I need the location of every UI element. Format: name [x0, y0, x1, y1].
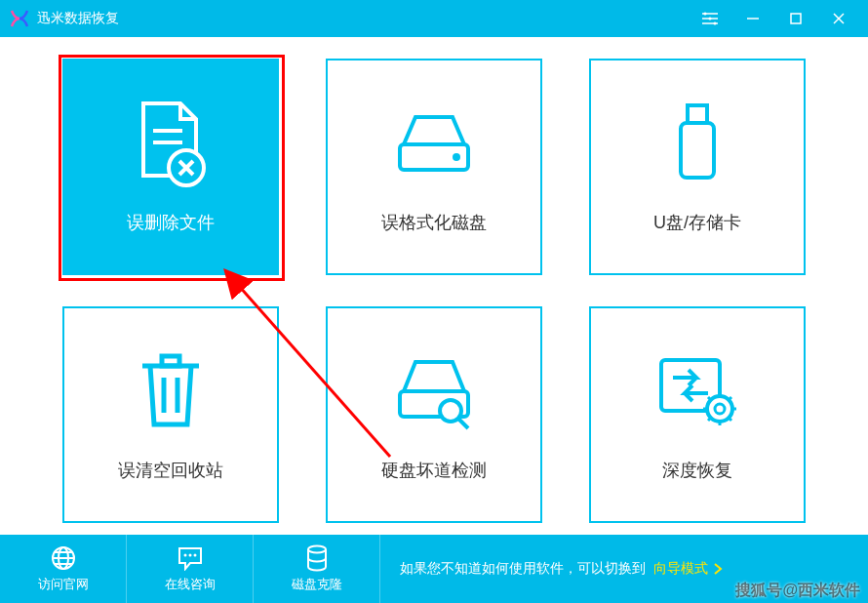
database-icon [303, 544, 331, 572]
svg-point-44 [183, 554, 186, 557]
hdd-scan-icon [390, 347, 478, 435]
minimize-button[interactable] [731, 0, 774, 37]
svg-point-16 [453, 153, 460, 161]
hint-text: 如果您不知道如何使用软件，可以切换到 [400, 560, 646, 578]
card-label: 误清空回收站 [118, 459, 223, 482]
window-controls [689, 0, 860, 37]
globe-icon [50, 544, 77, 572]
chat-icon [177, 544, 204, 572]
deleted-file-icon [127, 100, 215, 187]
svg-line-33 [708, 397, 711, 400]
maximize-button[interactable] [774, 0, 817, 37]
footer-label: 磁盘克隆 [292, 576, 342, 593]
card-label: 误删除文件 [127, 211, 215, 234]
chevron-right-icon [712, 563, 724, 575]
usb-icon [653, 100, 741, 187]
footer-label: 在线咨询 [165, 576, 216, 593]
menu-button[interactable] [689, 0, 731, 37]
app-title: 迅米数据恢复 [37, 10, 119, 27]
disk-icon [390, 100, 478, 187]
card-recycle-bin[interactable]: 误清空回收站 [62, 306, 279, 523]
svg-rect-20 [162, 356, 179, 366]
card-label: 硬盘坏道检测 [381, 459, 487, 482]
titlebar: 迅米数据恢复 [0, 0, 868, 37]
svg-point-4 [709, 18, 712, 20]
svg-point-25 [440, 400, 461, 422]
svg-point-5 [714, 22, 717, 25]
footer-website[interactable]: 访问官网 [0, 535, 127, 603]
svg-point-46 [193, 554, 196, 557]
svg-rect-18 [681, 123, 714, 178]
wizard-label: 向导模式 [653, 560, 708, 578]
svg-point-3 [704, 13, 707, 16]
card-label: U盘/存储卡 [653, 211, 741, 234]
svg-rect-7 [791, 14, 801, 23]
trash-icon [127, 347, 215, 435]
card-bad-sector[interactable]: 硬盘坏道检测 [326, 306, 542, 523]
card-deep-recovery[interactable]: 深度恢复 [589, 306, 806, 523]
card-deleted-files[interactable]: 误删除文件 [62, 59, 279, 275]
deep-recovery-icon [653, 347, 741, 435]
card-usb-storage[interactable]: U盘/存储卡 [589, 59, 806, 275]
svg-line-26 [458, 419, 468, 428]
svg-point-45 [188, 554, 191, 557]
main-content: 误删除文件 误格式化磁盘 U盘/存储卡 [0, 37, 868, 535]
app-window: 迅米数据恢复 [0, 0, 868, 603]
app-logo-icon [8, 7, 31, 30]
close-button[interactable] [817, 0, 860, 37]
card-formatted-disk[interactable]: 误格式化磁盘 [326, 59, 542, 275]
svg-rect-17 [688, 105, 707, 123]
watermark: 搜狐号@西米软件 [735, 581, 860, 601]
footer-disk-clone[interactable]: 磁盘克隆 [254, 535, 380, 603]
footer-consult[interactable]: 在线咨询 [127, 535, 254, 603]
svg-line-35 [729, 397, 731, 400]
footer-label: 访问官网 [38, 576, 89, 593]
card-label: 误格式化磁盘 [381, 211, 487, 234]
svg-line-34 [729, 418, 731, 421]
svg-point-47 [308, 546, 326, 553]
footer-hint: 如果您不知道如何使用软件，可以切换到 向导模式 [400, 560, 724, 578]
svg-line-36 [708, 418, 711, 421]
card-label: 深度恢复 [662, 459, 732, 482]
wizard-mode-link[interactable]: 向导模式 [653, 560, 724, 578]
